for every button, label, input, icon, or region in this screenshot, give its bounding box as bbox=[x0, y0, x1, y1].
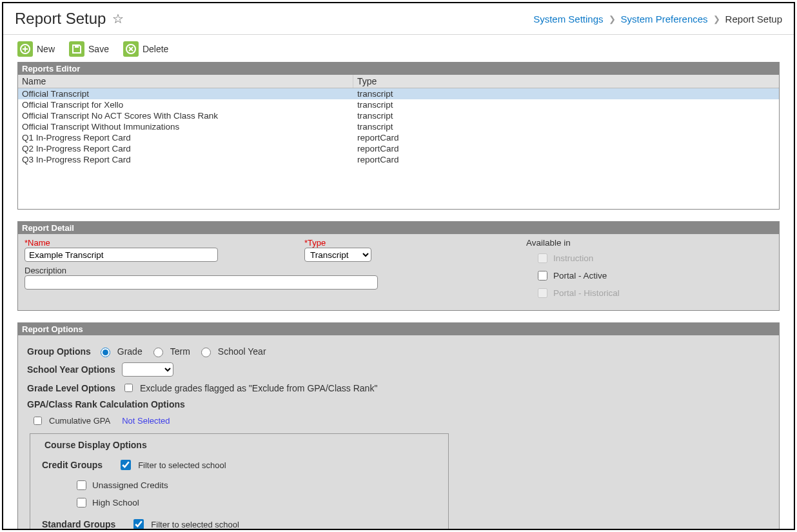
available-in-label: Available in bbox=[526, 238, 772, 248]
chevron-right-icon: ❯ bbox=[713, 14, 720, 24]
page-title: Report Setup bbox=[15, 10, 106, 28]
type-label: Type bbox=[308, 238, 326, 248]
group-options-label: Group Options bbox=[27, 346, 91, 357]
delete-label: Delete bbox=[143, 44, 168, 54]
description-label: Description bbox=[25, 266, 289, 275]
portal-historical-checkbox bbox=[538, 288, 547, 298]
type-select[interactable]: Transcript bbox=[304, 248, 371, 262]
gpa-calc-options-label: GPA/Class Rank Calculation Options bbox=[27, 399, 185, 409]
exclude-grades-checkbox[interactable] bbox=[124, 384, 133, 392]
report-options-header: Report Options bbox=[18, 323, 779, 335]
new-button[interactable]: New bbox=[17, 41, 55, 57]
portal-active-label: Portal - Active bbox=[553, 271, 607, 281]
table-row[interactable]: Official Transcripttranscript bbox=[18, 88, 779, 99]
breadcrumb-system-preferences[interactable]: System Preferences bbox=[621, 14, 708, 25]
new-label: New bbox=[37, 44, 55, 54]
save-label: Save bbox=[88, 44, 109, 54]
save-icon bbox=[69, 41, 84, 57]
unassigned-credits-checkbox[interactable] bbox=[77, 480, 86, 490]
col-header-name[interactable]: Name bbox=[18, 75, 353, 88]
table-row[interactable]: Q2 In-Progress Report CardreportCard bbox=[18, 143, 779, 154]
delete-button[interactable]: Delete bbox=[123, 41, 168, 57]
unassigned-credits-label: Unassigned Credits bbox=[92, 480, 168, 490]
cumulative-gpa-label: Cumulative GPA bbox=[49, 416, 110, 426]
credit-groups-label: Credit Groups bbox=[42, 460, 103, 470]
course-display-legend: Course Display Options bbox=[42, 440, 150, 450]
high-school-label: High School bbox=[92, 498, 139, 507]
svg-rect-1 bbox=[75, 45, 79, 48]
exclude-grades-label: Exclude grades flagged as "Exclude from … bbox=[140, 383, 377, 393]
portal-historical-label: Portal - Historical bbox=[553, 288, 620, 298]
portal-active-checkbox[interactable] bbox=[538, 271, 547, 281]
standard-groups-label: Standard Groups bbox=[42, 519, 115, 529]
reports-grid[interactable]: Official TranscripttranscriptOfficial Tr… bbox=[18, 88, 779, 209]
favorite-star-icon[interactable]: ☆ bbox=[112, 11, 124, 26]
save-button[interactable]: Save bbox=[69, 41, 109, 57]
breadcrumb: System Settings ❯ System Preferences ❯ R… bbox=[533, 14, 782, 25]
reports-editor-header: Reports Editor bbox=[18, 63, 779, 75]
plus-icon bbox=[17, 41, 33, 57]
group-year-label: School Year bbox=[218, 346, 266, 357]
high-school-checkbox[interactable] bbox=[77, 498, 86, 507]
chevron-right-icon: ❯ bbox=[609, 14, 616, 24]
cumulative-gpa-checkbox[interactable] bbox=[34, 417, 42, 425]
col-header-type[interactable]: Type bbox=[353, 75, 624, 88]
group-term-radio[interactable] bbox=[153, 348, 163, 357]
credit-filter-checkbox[interactable] bbox=[121, 460, 131, 470]
table-row[interactable]: Official Transcript Without Immunization… bbox=[18, 121, 779, 132]
breadcrumb-current: Report Setup bbox=[725, 14, 782, 25]
school-year-select[interactable] bbox=[122, 362, 173, 377]
name-label: Name bbox=[28, 238, 50, 248]
group-grade-radio[interactable] bbox=[101, 348, 110, 357]
grade-level-options-label: Grade Level Options bbox=[27, 383, 115, 393]
report-detail-header: Report Detail bbox=[18, 222, 779, 234]
standard-filter-checkbox[interactable] bbox=[133, 519, 144, 529]
name-input[interactable] bbox=[25, 248, 218, 262]
table-row[interactable]: Q3 In-Progress Report CardreportCard bbox=[18, 154, 779, 165]
delete-icon bbox=[123, 41, 139, 57]
standard-filter-label: Filter to selected school bbox=[151, 520, 239, 529]
school-year-options-label: School Year Options bbox=[27, 364, 115, 375]
breadcrumb-system-settings[interactable]: System Settings bbox=[533, 14, 603, 25]
group-year-radio[interactable] bbox=[201, 348, 211, 357]
table-row[interactable]: Q1 In-Progress Report CardreportCard bbox=[18, 132, 779, 143]
instruction-checkbox bbox=[538, 253, 547, 263]
not-selected-label: Not Selected bbox=[122, 416, 170, 426]
table-row[interactable]: Official Transcript No ACT Scores With C… bbox=[18, 110, 779, 121]
instruction-label: Instruction bbox=[553, 253, 593, 263]
group-term-label: Term bbox=[170, 346, 190, 357]
group-grade-label: Grade bbox=[117, 346, 143, 357]
table-row[interactable]: Official Transcript for Xellotranscript bbox=[18, 99, 779, 110]
credit-filter-label: Filter to selected school bbox=[138, 460, 226, 470]
